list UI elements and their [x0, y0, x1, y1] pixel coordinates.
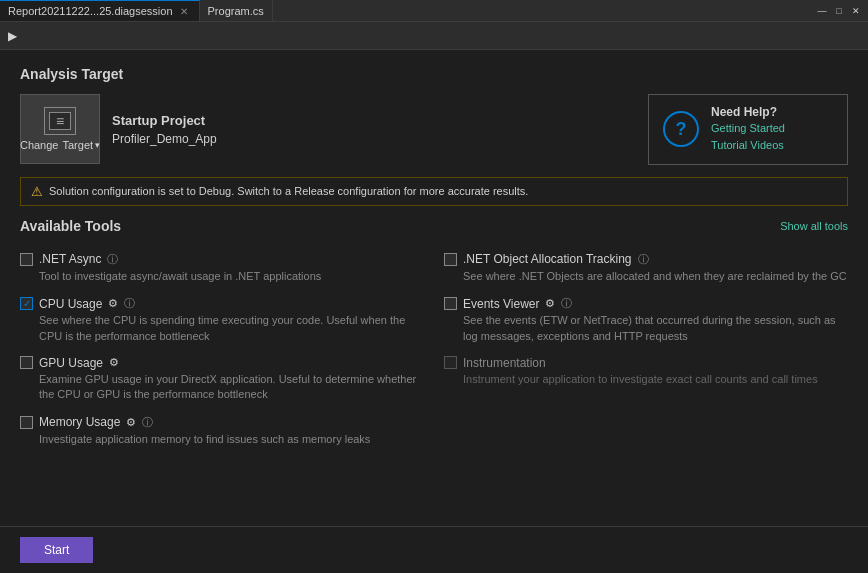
warning-bar: ⚠ Solution configuration is set to Debug… [20, 177, 848, 206]
toolbar: ▶ [0, 22, 868, 50]
tool-memory-usage-gear-icon[interactable]: ⚙ [126, 416, 136, 429]
close-button[interactable]: ✕ [848, 3, 864, 19]
main-content: Analysis Target Change Target ▾ Startup … [0, 50, 868, 469]
tool-events-viewer-info-icon[interactable]: ⓘ [561, 296, 572, 311]
tool-events-viewer-gear-icon[interactable]: ⚙ [545, 297, 555, 310]
tool-cpu-usage-info-icon[interactable]: ⓘ [124, 296, 135, 311]
startup-project-box: Change Target ▾ Startup Project Profiler… [20, 94, 217, 164]
change-target-button[interactable]: Change Target ▾ [20, 94, 100, 164]
tab-programcs-label: Program.cs [208, 5, 264, 17]
change-target-icon [44, 107, 76, 135]
title-bar: Report20211222...25.diagsession ✕ Progra… [0, 0, 868, 22]
tool-events-viewer-checkbox[interactable] [444, 297, 457, 310]
need-help-title: Need Help? [711, 105, 785, 119]
tool-dotnet-async: .NET Async ⓘ Tool to investigate async/a… [20, 246, 424, 290]
warning-text: Solution configuration is set to Debug. … [49, 185, 528, 197]
toolbar-back-arrow[interactable]: ▶ [8, 29, 17, 43]
start-section: Start [0, 526, 868, 573]
tab-diagsession-close[interactable]: ✕ [177, 4, 191, 18]
tool-gpu-usage-name: GPU Usage [39, 356, 103, 370]
tool-dotnet-object-allocation-checkbox[interactable] [444, 253, 457, 266]
tool-gpu-usage-checkbox[interactable] [20, 356, 33, 369]
tool-events-viewer-desc: See the events (ETW or NetTrace) that oc… [444, 313, 848, 344]
tool-gpu-usage-gear-icon[interactable]: ⚙ [109, 356, 119, 369]
tab-diagsession-label: Report20211222...25.diagsession [8, 5, 173, 17]
maximize-button[interactable]: □ [831, 3, 847, 19]
tab-list: Report20211222...25.diagsession ✕ Progra… [0, 0, 273, 21]
tool-cpu-usage-desc: See where the CPU is spending time execu… [20, 313, 424, 344]
change-target-dropdown-arrow: ▾ [95, 140, 100, 150]
tool-dotnet-async-info-icon[interactable]: ⓘ [107, 252, 118, 267]
tutorial-videos-link[interactable]: Tutorial Videos [711, 138, 785, 153]
tool-dotnet-object-allocation-desc: See where .NET Objects are allocated and… [444, 269, 848, 284]
tool-cpu-usage-name: CPU Usage [39, 297, 102, 311]
tool-memory-usage: Memory Usage ⚙ ⓘ Investigate application… [20, 409, 424, 453]
start-button[interactable]: Start [20, 537, 93, 563]
tool-memory-usage-desc: Investigate application memory to find i… [20, 432, 424, 447]
tool-dotnet-object-allocation-name: .NET Object Allocation Tracking [463, 252, 632, 266]
tool-dotnet-async-desc: Tool to investigate async/await usage in… [20, 269, 424, 284]
minimize-button[interactable]: — [814, 3, 830, 19]
change-target-label: Change Target ▾ [20, 139, 100, 151]
tools-grid: .NET Async ⓘ Tool to investigate async/a… [20, 246, 848, 453]
tool-memory-usage-checkbox[interactable] [20, 416, 33, 429]
tool-cpu-usage: CPU Usage ⚙ ⓘ See where the CPU is spend… [20, 290, 424, 350]
tool-instrumentation-name: Instrumentation [463, 356, 546, 370]
project-info: Startup Project Profiler_Demo_App [112, 113, 217, 146]
tools-header: Available Tools Show all tools [20, 218, 848, 234]
tool-gpu-usage: GPU Usage ⚙ Examine GPU usage in your Di… [20, 350, 424, 409]
tool-instrumentation-checkbox[interactable] [444, 356, 457, 369]
window-controls: — □ ✕ [814, 3, 864, 19]
tool-instrumentation: Instrumentation Instrument your applicat… [444, 350, 848, 409]
tool-dotnet-object-allocation: .NET Object Allocation Tracking ⓘ See wh… [444, 246, 848, 290]
tab-programcs[interactable]: Program.cs [200, 0, 273, 21]
project-label: Startup Project [112, 113, 217, 128]
project-name: Profiler_Demo_App [112, 132, 217, 146]
need-help-text: Need Help? Getting Started Tutorial Vide… [711, 105, 785, 154]
analysis-target-row: Change Target ▾ Startup Project Profiler… [20, 94, 848, 165]
tool-memory-usage-name: Memory Usage [39, 415, 120, 429]
tab-diagsession[interactable]: Report20211222...25.diagsession ✕ [0, 0, 200, 21]
tool-dotnet-async-checkbox[interactable] [20, 253, 33, 266]
tool-dotnet-async-name: .NET Async [39, 252, 101, 266]
warning-icon: ⚠ [31, 184, 43, 199]
tools-section-title: Available Tools [20, 218, 121, 234]
analysis-target-title: Analysis Target [20, 66, 848, 82]
tool-memory-usage-info-icon[interactable]: ⓘ [142, 415, 153, 430]
tool-cpu-usage-checkbox[interactable] [20, 297, 33, 310]
tool-dotnet-object-allocation-info-icon[interactable]: ⓘ [638, 252, 649, 267]
show-all-tools-link[interactable]: Show all tools [780, 220, 848, 232]
help-icon: ? [663, 111, 699, 147]
need-help-box: ? Need Help? Getting Started Tutorial Vi… [648, 94, 848, 165]
getting-started-link[interactable]: Getting Started [711, 121, 785, 136]
tool-cpu-usage-gear-icon[interactable]: ⚙ [108, 297, 118, 310]
tool-instrumentation-desc: Instrument your application to investiga… [444, 372, 848, 387]
tool-events-viewer: Events Viewer ⚙ ⓘ See the events (ETW or… [444, 290, 848, 350]
tool-gpu-usage-desc: Examine GPU usage in your DirectX applic… [20, 372, 424, 403]
tool-events-viewer-name: Events Viewer [463, 297, 539, 311]
